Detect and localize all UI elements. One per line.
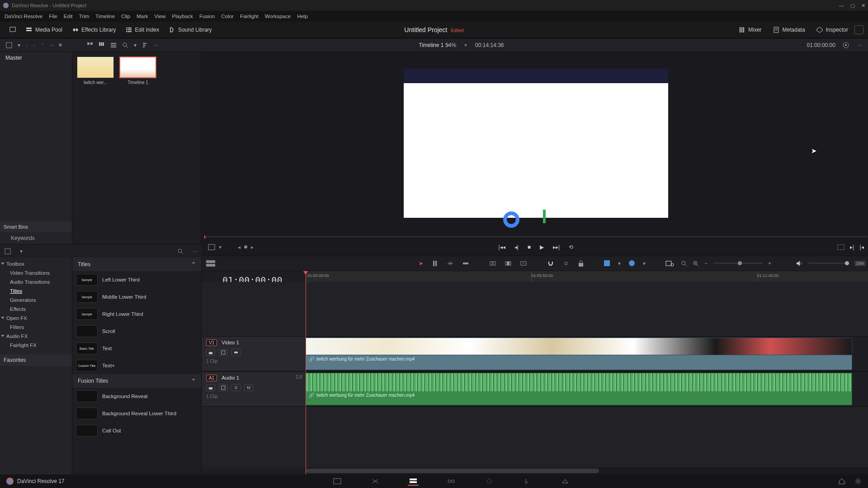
media-pool-button[interactable]: Media Pool — [21, 24, 67, 35]
tree-audiofx[interactable]: Audio FX — [0, 332, 72, 341]
menu-fusion[interactable]: Fusion — [199, 14, 215, 19]
menu-color[interactable]: Color — [221, 14, 233, 19]
grid-view-icon[interactable] — [97, 41, 106, 50]
prev-frame-icon[interactable]: ◂| — [514, 244, 519, 250]
next-edit-icon[interactable]: ▸ — [251, 244, 254, 250]
single-viewer-icon[interactable] — [837, 244, 844, 250]
menu-workspace[interactable]: Workspace — [265, 14, 291, 19]
menu-clip[interactable]: Clip — [121, 14, 130, 19]
v1-tag[interactable]: V1 — [206, 339, 217, 346]
tree-fairlightfx[interactable]: Fairlight FX — [0, 341, 72, 350]
fusion-background-reveal[interactable]: Background Reveal — [72, 388, 201, 405]
a1-auto-select[interactable] — [219, 384, 228, 391]
v1-lock-icon[interactable] — [206, 349, 215, 356]
bin-layout-dropdown[interactable]: ▾ — [20, 248, 23, 254]
prev-clip-icon[interactable]: |◂ — [859, 244, 863, 250]
bin-layout-icon[interactable] — [5, 248, 11, 254]
window-maximize[interactable]: ▢ — [850, 3, 855, 9]
marker-icon[interactable] — [629, 260, 635, 266]
window-close[interactable]: ✕ — [861, 3, 865, 9]
tree-toolbox[interactable]: Toolbox — [0, 259, 72, 268]
clip-thumb[interactable]: twitch wer... — [77, 56, 114, 85]
a1-lane[interactable]: 🔗twitch werbung für mehr Zuschauer mache… — [306, 372, 868, 406]
go-last-icon[interactable]: ▸▸| — [553, 244, 560, 250]
play-icon[interactable]: ▶ — [540, 244, 544, 250]
flag-icon[interactable] — [604, 260, 610, 266]
title-right-lower-third[interactable]: SampleRight Lower Third — [72, 305, 201, 323]
blade-tool-icon[interactable] — [462, 260, 469, 267]
thumb-view-icon[interactable] — [85, 41, 94, 50]
trim-tool-icon[interactable] — [431, 260, 439, 267]
mixer-button[interactable]: Mixer — [734, 24, 766, 35]
inspector-button[interactable]: Inspector — [811, 24, 853, 35]
menu-help[interactable]: Help — [297, 14, 308, 19]
smart-bins-header[interactable]: Smart Bins — [0, 221, 72, 232]
page-edit[interactable] — [408, 477, 419, 486]
timeline-ruler[interactable]: 01:00:00:00 01:05:50:00 01:11:40:00 — [306, 271, 868, 282]
link-icon[interactable] — [562, 260, 570, 267]
selection-tool-icon[interactable]: ➤ — [419, 260, 423, 267]
title-middle-lower-third[interactable]: SampleMiddle Lower Third — [72, 288, 201, 305]
menu-edit[interactable]: Edit — [64, 14, 73, 19]
dim-button[interactable]: DIM — [854, 261, 866, 266]
tree-openfx[interactable]: Open FX — [0, 314, 72, 323]
loop-icon[interactable]: ⟲ — [569, 244, 573, 250]
title-text[interactable]: Basic TitleText — [72, 340, 201, 357]
effects-library-button[interactable]: Effects Library — [67, 24, 120, 35]
fusion-background-reveal-lower-third[interactable]: Background Reveal Lower Third — [72, 405, 201, 422]
title-scroll[interactable]: Scroll — [72, 323, 201, 340]
settings-icon[interactable] — [854, 478, 862, 485]
fullscreen-icon[interactable] — [5, 24, 21, 35]
bin-dropdown-icon[interactable]: ▾ — [16, 41, 22, 50]
insert-icon[interactable] — [489, 260, 496, 267]
viewer-canvas[interactable] — [404, 69, 668, 218]
match-frame-dropdown[interactable]: ▾ — [219, 244, 222, 250]
playhead[interactable] — [306, 271, 306, 475]
zoom-full-icon[interactable] — [681, 260, 687, 267]
bin-view-icon[interactable] — [5, 41, 14, 50]
timeline-scrollbar[interactable] — [306, 467, 868, 474]
timeline-dropdown-icon[interactable]: ▾ — [446, 42, 449, 48]
tree-video-transitions[interactable]: Video Transitions — [0, 268, 72, 277]
v1-disable[interactable] — [231, 349, 241, 356]
options-icon[interactable]: ··· — [152, 41, 160, 50]
overwrite-icon[interactable] — [505, 260, 512, 267]
search-icon[interactable] — [121, 41, 130, 50]
bin-master[interactable]: Master — [0, 52, 72, 64]
tree-effects[interactable]: Effects — [0, 305, 72, 314]
mute-icon[interactable] — [796, 260, 803, 267]
video-clip[interactable]: 🔗twitch werbung für mehr Zuschauer mache… — [306, 338, 852, 370]
a1-tag[interactable]: A1 — [206, 375, 217, 381]
fx-search-icon[interactable] — [177, 248, 184, 254]
stop-icon[interactable]: ■ — [528, 244, 531, 250]
nav-fwd-icon[interactable]: › — [32, 41, 36, 50]
menu-file[interactable]: File — [49, 14, 57, 19]
go-first-icon[interactable]: |◂◂ — [498, 244, 505, 250]
sort-icon[interactable] — [141, 41, 150, 50]
page-deliver[interactable] — [560, 477, 571, 486]
menu-fairlight[interactable]: Fairlight — [240, 14, 259, 19]
menu-mark[interactable]: Mark — [137, 14, 148, 19]
prev-edit-icon[interactable]: ◂ — [238, 244, 241, 250]
nav-up-icon[interactable]: ⌃ — [39, 41, 46, 50]
find-icon[interactable] — [665, 260, 675, 267]
timeline-thumb[interactable]: Timeline 1 — [119, 56, 156, 85]
tree-generators[interactable]: Generators — [0, 296, 72, 305]
replace-icon[interactable] — [520, 260, 527, 267]
volume-slider[interactable] — [808, 263, 849, 264]
next-clip-icon[interactable]: ▸| — [850, 244, 854, 250]
zoom-in-icon[interactable]: + — [768, 260, 771, 267]
a1-solo[interactable]: S — [231, 384, 241, 391]
expand-inspector-button[interactable] — [854, 25, 863, 34]
page-media[interactable] — [332, 477, 343, 486]
timeline-name[interactable]: Timeline 1 — [419, 42, 444, 48]
titles-group-header[interactable]: Titles⌃ — [72, 258, 201, 271]
a1-mute[interactable]: M — [244, 384, 253, 391]
page-fairlight[interactable] — [522, 477, 533, 486]
nav-back-icon[interactable]: ‹ — [24, 41, 29, 50]
fx-options-icon[interactable]: ··· — [193, 248, 197, 254]
list-view-icon[interactable] — [109, 41, 118, 50]
a1-lock-icon[interactable] — [206, 384, 215, 391]
menu-davinci[interactable]: DaVinci Resolve — [5, 14, 42, 19]
menu-playback[interactable]: Playback — [172, 14, 193, 19]
